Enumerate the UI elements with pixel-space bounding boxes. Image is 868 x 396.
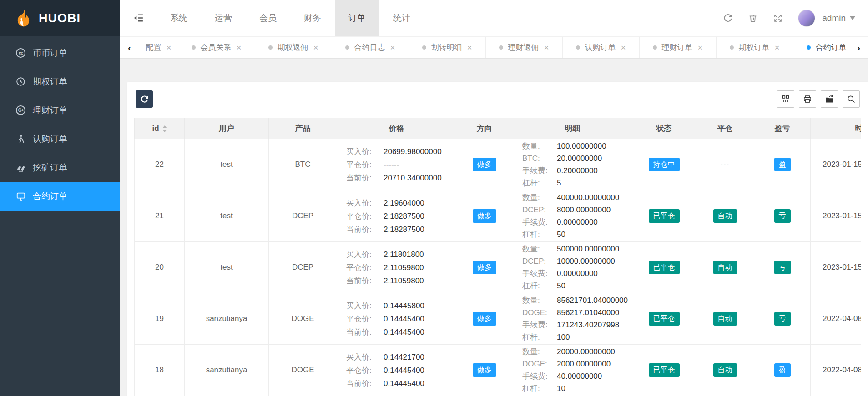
export-button[interactable] — [821, 90, 838, 108]
nav-item-stats[interactable]: 统计 — [379, 0, 424, 36]
avatar[interactable] — [798, 10, 815, 27]
direction-badge: 做多 — [473, 261, 496, 274]
tab-dot-icon — [192, 45, 196, 50]
tab-config[interactable]: 配置 × — [139, 37, 178, 58]
col-header-pnl: 盈亏 — [754, 118, 811, 139]
sidebar-item-subscribe-orders[interactable]: 认购订单 — [0, 125, 120, 153]
columns-filter-button[interactable] — [777, 90, 794, 108]
col-header-id[interactable]: id — [135, 118, 185, 139]
gplus-icon: G+ — [15, 105, 26, 115]
cell-close: --- — [696, 139, 754, 190]
table-row: 22 test BTC 买入价:20699.98000000 平仓价:-----… — [135, 139, 862, 190]
top-nav: 系统 运营 会员 财务 订单 统计 — [156, 0, 424, 36]
tab-contract-log[interactable]: 合约日志 × — [332, 37, 409, 58]
nav-item-system[interactable]: 系统 — [156, 0, 201, 36]
direction-badge: 做多 — [473, 363, 496, 377]
tabs-scroll-left-button[interactable]: ‹ — [120, 37, 139, 58]
tab-dot-icon — [653, 45, 657, 50]
col-header-time: 时间 — [811, 118, 862, 139]
nav-item-orders[interactable]: 订单 — [335, 0, 379, 36]
table-refresh-button[interactable] — [136, 90, 153, 108]
cell-price: 买入价:0.14445800 平仓价:0.14445400 当前价:0.1444… — [337, 293, 456, 345]
monitor-icon — [15, 191, 26, 201]
brand-name: HUOBI — [39, 11, 81, 25]
sort-icon[interactable] — [162, 125, 167, 132]
cell-detail: 数量:100.00000000 BTC:20.00000000 手续费:0.20… — [513, 139, 632, 190]
nav-item-finance[interactable]: 财务 — [290, 0, 335, 36]
table-header-row: id 用户 产品 价格 方向 明细 状态 平仓 盈亏 时间 — [135, 118, 862, 139]
sidebar-item-label: 币币订单 — [33, 47, 67, 59]
columns-icon — [781, 95, 790, 104]
cell-time: 2022-04-08 — [811, 345, 862, 396]
cell-status: 持仓中 — [632, 139, 696, 190]
tab-label: 配置 — [146, 42, 161, 53]
cell-id: 22 — [135, 139, 185, 190]
tab-member-relations[interactable]: 会员关系 × — [178, 37, 255, 58]
cell-close: 自动 — [696, 190, 754, 242]
close-icon[interactable]: × — [697, 43, 702, 53]
fullscreen-icon[interactable] — [773, 13, 783, 23]
trash-icon[interactable] — [748, 13, 758, 23]
sidebar-item-coin-orders[interactable]: cc 币币订单 — [0, 39, 120, 67]
status-badge: 已平仓 — [649, 209, 680, 223]
tab-subscribe-orders[interactable]: 认购订单 × — [563, 37, 640, 58]
tab-option-orders[interactable]: 期权订单 × — [717, 37, 793, 58]
col-header-user: 用户 — [185, 118, 269, 139]
sidebar-item-finance-orders[interactable]: G+ 理财订单 — [0, 96, 120, 125]
close-icon[interactable]: × — [236, 43, 241, 53]
cell-id: 18 — [135, 345, 185, 396]
main-content: id 用户 产品 价格 方向 明细 状态 平仓 盈亏 时间 — [120, 59, 868, 396]
sidebar-menu: cc 币币订单 期权订单 G+ 理财订单 认购订单 挖矿订单 — [0, 36, 120, 211]
close-icon[interactable]: × — [166, 43, 171, 53]
close-icon[interactable]: × — [544, 43, 549, 53]
search-button[interactable] — [843, 90, 860, 108]
direction-badge: 做多 — [473, 158, 496, 171]
cell-id: 21 — [135, 190, 185, 242]
cell-id: 19 — [135, 293, 185, 345]
status-badge: 持仓中 — [649, 158, 680, 171]
tab-finance-rebate[interactable]: 理财返佣 × — [486, 37, 563, 58]
print-button[interactable] — [799, 90, 816, 108]
tab-option-rebate[interactable]: 期权返佣 × — [255, 37, 332, 58]
cell-time: 2023-01-15 — [811, 139, 862, 190]
cell-detail: 数量:20000.00000000 DOGE:2000.00000000 手续费… — [513, 345, 632, 396]
close-icon[interactable]: × — [621, 43, 626, 53]
card-toolbar — [136, 90, 860, 108]
cell-status: 已平仓 — [632, 293, 696, 345]
table-row: 20 test DCEP 买入价:2.11801800 平仓价:2.110598… — [135, 242, 862, 293]
table-card: id 用户 产品 价格 方向 明细 状态 平仓 盈亏 时间 — [127, 82, 868, 396]
status-badge: 已平仓 — [649, 363, 680, 377]
tab-label: 认购订单 — [585, 42, 616, 53]
tab-finance-orders[interactable]: 理财订单 × — [640, 37, 717, 58]
sidebar-item-label: 合约订单 — [33, 190, 67, 202]
tab-label: 划转明细 — [431, 42, 462, 53]
nav-item-member[interactable]: 会员 — [246, 0, 290, 36]
pnl-badge: 亏 — [774, 312, 791, 326]
close-icon[interactable]: × — [390, 43, 395, 53]
user-menu[interactable]: admin — [822, 13, 855, 23]
sidebar-item-option-orders[interactable]: 期权订单 — [0, 67, 120, 96]
cell-pnl: 亏 — [754, 190, 811, 242]
close-icon[interactable]: × — [774, 43, 779, 53]
tabs-scroll-right-button[interactable]: › — [849, 37, 868, 58]
refresh-icon[interactable] — [723, 13, 733, 23]
export-icon — [825, 95, 834, 104]
close-icon[interactable]: × — [467, 43, 472, 53]
col-header-close: 平仓 — [696, 118, 754, 139]
tab-transfer-detail[interactable]: 划转明细 × — [409, 37, 486, 58]
tab-contract-orders[interactable]: 合约订单 × — [793, 37, 849, 58]
collapse-sidebar-icon[interactable] — [120, 0, 156, 36]
pnl-badge: 盈 — [774, 363, 791, 377]
nav-item-operation[interactable]: 运营 — [201, 0, 246, 36]
tab-label: 合约日志 — [354, 42, 385, 53]
close-mode-badge: 自动 — [713, 261, 737, 274]
cell-close: 自动 — [696, 345, 754, 396]
close-icon[interactable]: × — [313, 43, 318, 53]
direction-badge: 做多 — [473, 209, 496, 223]
sidebar-item-mining-orders[interactable]: 挖矿订单 — [0, 153, 120, 182]
col-header-direction: 方向 — [456, 118, 513, 139]
close-mode-badge: 自动 — [713, 312, 737, 326]
cell-detail: 数量:500000.00000000 DCEP:10000.00000000 手… — [513, 242, 632, 293]
sidebar-item-contract-orders[interactable]: 合约订单 — [0, 182, 120, 211]
clock-icon — [15, 76, 26, 87]
